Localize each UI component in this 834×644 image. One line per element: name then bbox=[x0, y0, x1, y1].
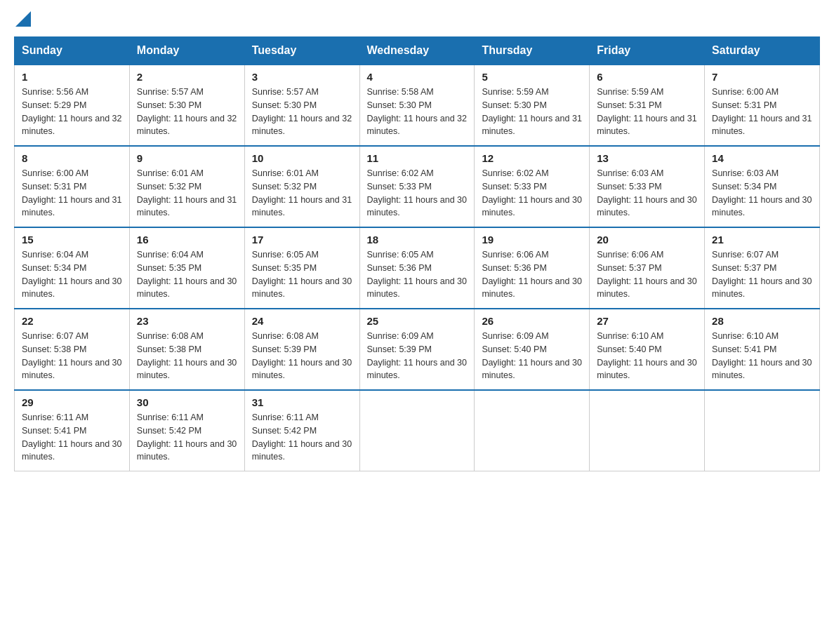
calendar-cell: 3Sunrise: 5:57 AMSunset: 5:30 PMDaylight… bbox=[244, 65, 359, 146]
day-info: Sunrise: 6:11 AMSunset: 5:41 PMDaylight:… bbox=[22, 411, 122, 464]
day-number: 31 bbox=[252, 396, 352, 408]
day-info: Sunrise: 6:04 AMSunset: 5:34 PMDaylight:… bbox=[22, 248, 122, 301]
calendar-cell: 12Sunrise: 6:02 AMSunset: 5:33 PMDayligh… bbox=[475, 146, 590, 227]
logo-triangle-icon bbox=[15, 11, 31, 27]
col-header-friday: Friday bbox=[590, 37, 705, 65]
day-info: Sunrise: 6:05 AMSunset: 5:35 PMDaylight:… bbox=[252, 248, 352, 301]
calendar-week-1: 1Sunrise: 5:56 AMSunset: 5:29 PMDaylight… bbox=[15, 65, 820, 146]
day-number: 2 bbox=[137, 71, 237, 83]
day-info: Sunrise: 6:08 AMSunset: 5:38 PMDaylight:… bbox=[137, 330, 237, 382]
day-info: Sunrise: 6:06 AMSunset: 5:37 PMDaylight:… bbox=[597, 248, 697, 301]
calendar-cell: 18Sunrise: 6:05 AMSunset: 5:36 PMDayligh… bbox=[359, 227, 475, 309]
calendar-cell: 6Sunrise: 5:59 AMSunset: 5:31 PMDaylight… bbox=[590, 65, 705, 146]
day-number: 9 bbox=[137, 152, 237, 164]
calendar-cell: 14Sunrise: 6:03 AMSunset: 5:34 PMDayligh… bbox=[705, 146, 820, 227]
day-info: Sunrise: 6:02 AMSunset: 5:33 PMDaylight:… bbox=[482, 167, 582, 220]
calendar-cell: 29Sunrise: 6:11 AMSunset: 5:41 PMDayligh… bbox=[15, 390, 130, 471]
calendar-week-2: 8Sunrise: 6:00 AMSunset: 5:31 PMDaylight… bbox=[15, 146, 820, 227]
page-header bbox=[14, 14, 820, 24]
calendar-cell: 17Sunrise: 6:05 AMSunset: 5:35 PMDayligh… bbox=[244, 227, 359, 309]
calendar-cell: 15Sunrise: 6:04 AMSunset: 5:34 PMDayligh… bbox=[15, 227, 130, 309]
day-number: 19 bbox=[482, 234, 582, 246]
day-number: 5 bbox=[482, 71, 582, 83]
calendar-cell: 27Sunrise: 6:10 AMSunset: 5:40 PMDayligh… bbox=[590, 309, 705, 390]
day-info: Sunrise: 6:00 AMSunset: 5:31 PMDaylight:… bbox=[712, 86, 812, 138]
day-number: 10 bbox=[252, 152, 352, 164]
logo bbox=[14, 14, 31, 24]
day-number: 25 bbox=[367, 315, 468, 327]
day-number: 11 bbox=[367, 152, 468, 164]
calendar-cell: 19Sunrise: 6:06 AMSunset: 5:36 PMDayligh… bbox=[475, 227, 590, 309]
day-info: Sunrise: 6:11 AMSunset: 5:42 PMDaylight:… bbox=[137, 411, 237, 464]
day-info: Sunrise: 6:09 AMSunset: 5:39 PMDaylight:… bbox=[367, 330, 468, 382]
day-info: Sunrise: 5:59 AMSunset: 5:30 PMDaylight:… bbox=[482, 86, 582, 138]
calendar-week-5: 29Sunrise: 6:11 AMSunset: 5:41 PMDayligh… bbox=[15, 390, 820, 471]
day-info: Sunrise: 6:06 AMSunset: 5:36 PMDaylight:… bbox=[482, 248, 582, 301]
calendar-cell: 25Sunrise: 6:09 AMSunset: 5:39 PMDayligh… bbox=[359, 309, 475, 390]
day-number: 12 bbox=[482, 152, 582, 164]
day-info: Sunrise: 6:09 AMSunset: 5:40 PMDaylight:… bbox=[482, 330, 582, 382]
day-number: 8 bbox=[22, 152, 122, 164]
col-header-wednesday: Wednesday bbox=[359, 37, 475, 65]
day-number: 3 bbox=[252, 71, 352, 83]
calendar-cell: 20Sunrise: 6:06 AMSunset: 5:37 PMDayligh… bbox=[590, 227, 705, 309]
day-info: Sunrise: 6:11 AMSunset: 5:42 PMDaylight:… bbox=[252, 411, 352, 464]
day-number: 18 bbox=[367, 234, 468, 246]
day-info: Sunrise: 6:01 AMSunset: 5:32 PMDaylight:… bbox=[252, 167, 352, 220]
day-info: Sunrise: 5:59 AMSunset: 5:31 PMDaylight:… bbox=[597, 86, 697, 138]
day-number: 29 bbox=[22, 396, 122, 408]
day-number: 22 bbox=[22, 315, 122, 327]
day-info: Sunrise: 6:10 AMSunset: 5:41 PMDaylight:… bbox=[712, 330, 812, 382]
day-number: 15 bbox=[22, 234, 122, 246]
calendar-header-row: SundayMondayTuesdayWednesdayThursdayFrid… bbox=[15, 37, 820, 65]
day-info: Sunrise: 6:00 AMSunset: 5:31 PMDaylight:… bbox=[22, 167, 122, 220]
day-number: 30 bbox=[137, 396, 237, 408]
day-number: 14 bbox=[712, 152, 812, 164]
calendar-cell: 13Sunrise: 6:03 AMSunset: 5:33 PMDayligh… bbox=[590, 146, 705, 227]
day-info: Sunrise: 5:57 AMSunset: 5:30 PMDaylight:… bbox=[137, 86, 237, 138]
day-info: Sunrise: 6:07 AMSunset: 5:37 PMDaylight:… bbox=[712, 248, 812, 301]
calendar-cell: 11Sunrise: 6:02 AMSunset: 5:33 PMDayligh… bbox=[359, 146, 475, 227]
col-header-saturday: Saturday bbox=[705, 37, 820, 65]
day-number: 28 bbox=[712, 315, 812, 327]
day-info: Sunrise: 6:08 AMSunset: 5:39 PMDaylight:… bbox=[252, 330, 352, 382]
day-number: 21 bbox=[712, 234, 812, 246]
col-header-tuesday: Tuesday bbox=[244, 37, 359, 65]
calendar-cell: 31Sunrise: 6:11 AMSunset: 5:42 PMDayligh… bbox=[244, 390, 359, 471]
day-number: 23 bbox=[137, 315, 237, 327]
calendar-table: SundayMondayTuesdayWednesdayThursdayFrid… bbox=[14, 36, 820, 471]
day-number: 20 bbox=[597, 234, 697, 246]
calendar-cell: 7Sunrise: 6:00 AMSunset: 5:31 PMDaylight… bbox=[705, 65, 820, 146]
calendar-week-4: 22Sunrise: 6:07 AMSunset: 5:38 PMDayligh… bbox=[15, 309, 820, 390]
day-number: 26 bbox=[482, 315, 582, 327]
day-number: 17 bbox=[252, 234, 352, 246]
calendar-cell: 21Sunrise: 6:07 AMSunset: 5:37 PMDayligh… bbox=[705, 227, 820, 309]
day-info: Sunrise: 6:02 AMSunset: 5:33 PMDaylight:… bbox=[367, 167, 468, 220]
calendar-cell: 22Sunrise: 6:07 AMSunset: 5:38 PMDayligh… bbox=[15, 309, 130, 390]
day-info: Sunrise: 5:57 AMSunset: 5:30 PMDaylight:… bbox=[252, 86, 352, 138]
calendar-cell: 26Sunrise: 6:09 AMSunset: 5:40 PMDayligh… bbox=[475, 309, 590, 390]
calendar-cell: 8Sunrise: 6:00 AMSunset: 5:31 PMDaylight… bbox=[15, 146, 130, 227]
day-number: 4 bbox=[367, 71, 468, 83]
calendar-cell: 28Sunrise: 6:10 AMSunset: 5:41 PMDayligh… bbox=[705, 309, 820, 390]
day-info: Sunrise: 6:07 AMSunset: 5:38 PMDaylight:… bbox=[22, 330, 122, 382]
calendar-cell: 9Sunrise: 6:01 AMSunset: 5:32 PMDaylight… bbox=[129, 146, 244, 227]
day-number: 7 bbox=[712, 71, 812, 83]
day-info: Sunrise: 5:58 AMSunset: 5:30 PMDaylight:… bbox=[367, 86, 468, 138]
calendar-cell bbox=[359, 390, 475, 471]
day-number: 13 bbox=[597, 152, 697, 164]
calendar-cell: 2Sunrise: 5:57 AMSunset: 5:30 PMDaylight… bbox=[129, 65, 244, 146]
calendar-cell bbox=[705, 390, 820, 471]
svg-marker-0 bbox=[15, 11, 31, 27]
day-info: Sunrise: 5:56 AMSunset: 5:29 PMDaylight:… bbox=[22, 86, 122, 138]
day-info: Sunrise: 6:01 AMSunset: 5:32 PMDaylight:… bbox=[137, 167, 237, 220]
calendar-week-3: 15Sunrise: 6:04 AMSunset: 5:34 PMDayligh… bbox=[15, 227, 820, 309]
day-info: Sunrise: 6:10 AMSunset: 5:40 PMDaylight:… bbox=[597, 330, 697, 382]
col-header-sunday: Sunday bbox=[15, 37, 130, 65]
calendar-cell bbox=[590, 390, 705, 471]
col-header-thursday: Thursday bbox=[475, 37, 590, 65]
calendar-cell: 30Sunrise: 6:11 AMSunset: 5:42 PMDayligh… bbox=[129, 390, 244, 471]
calendar-cell: 16Sunrise: 6:04 AMSunset: 5:35 PMDayligh… bbox=[129, 227, 244, 309]
calendar-cell: 10Sunrise: 6:01 AMSunset: 5:32 PMDayligh… bbox=[244, 146, 359, 227]
day-number: 1 bbox=[22, 71, 122, 83]
